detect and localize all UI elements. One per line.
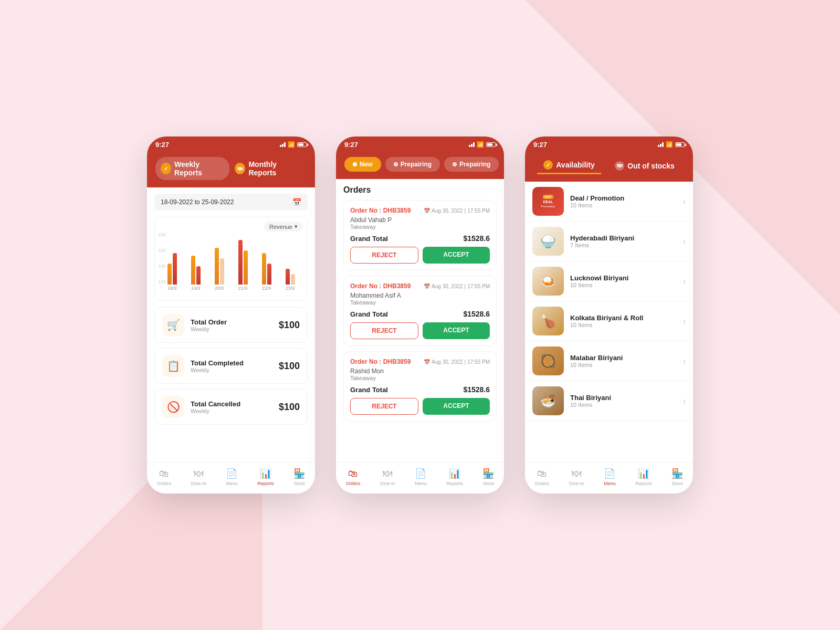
accept-button-2[interactable]: ACCEPT: [423, 322, 490, 339]
deal-info: Deal / Promotion 10 Items: [570, 194, 677, 208]
order-date-1: 📅 Aug 30, 2022 | 17:55 PM: [424, 208, 490, 214]
nav-menu-3[interactable]: 📄 Menu: [604, 468, 616, 486]
store-icon: 🏪: [293, 468, 305, 479]
availability-check-icon: ✓: [543, 160, 553, 170]
order-actions-3: REJECT ACCEPT: [350, 398, 490, 415]
nav-store-1[interactable]: 🏪 Store: [293, 468, 305, 486]
status-bar-1: 9:27 📶: [147, 136, 315, 152]
bar: [267, 264, 271, 285]
out-of-stock-icon: 🍽: [615, 161, 624, 171]
bottom-nav-1: 🛍 Orders 🍽 Dine-In 📄 Menu 📊 Reports 🏪 St…: [147, 462, 315, 494]
date-range[interactable]: 18-09-2022 to 25-09-2022 📅: [154, 194, 308, 211]
cancelled-info: Total Cancelled Weekly: [191, 400, 272, 414]
order-total-row-2: Grand Total $1528.6: [350, 310, 490, 318]
revenue-chart: Revenue ▾ 100100100100 18/9: [154, 217, 308, 301]
bar-group-5: 22/9: [257, 253, 276, 291]
calendar-icon: 📅: [292, 198, 301, 206]
reports-content: 18-09-2022 to 25-09-2022 📅 Revenue ▾ 100…: [147, 187, 315, 462]
stat-total-order: 🛒 Total Order Weekly $100: [154, 307, 308, 343]
menu-header: ✓ Availability 🍽 Out of stocks: [525, 152, 693, 182]
bottom-nav-3: 🛍 Orders 🍽 Dine-In 📄 Menu 📊 Reports 🏪 St…: [525, 462, 693, 494]
lucknowi-thumbnail: 🍛: [532, 267, 564, 296]
nav-store-2[interactable]: 🏪 Store: [482, 468, 494, 486]
reports-icon-3: 📊: [638, 468, 649, 479]
nav-menu-2[interactable]: 📄 Menu: [415, 468, 427, 486]
store-icon-3: 🏪: [671, 468, 683, 479]
y-axis-labels: 100100100100: [158, 232, 166, 285]
tab-prepairing-2[interactable]: Prepairing: [444, 157, 499, 172]
bar: [167, 264, 172, 285]
menu-list: HOT DEAL Promotion Deal / Promotion 10 I…: [525, 182, 693, 462]
menu-item-lucknowi[interactable]: 🍛 Lucknowi Biriyani 10 Items ›: [525, 261, 693, 301]
bar: [244, 250, 248, 285]
chevron-down-icon: ▾: [295, 223, 298, 230]
chart-bars: 18/9 19/9 20/9: [160, 233, 302, 291]
chevron-right-icon-1: ›: [683, 237, 686, 246]
hyderabadi-thumbnail: 🍚: [532, 227, 564, 256]
time-1: 9:27: [155, 141, 169, 149]
nav-dinein-1[interactable]: 🍽 Dine-In: [191, 468, 206, 486]
nav-orders-1[interactable]: 🛍 Orders: [157, 468, 172, 486]
reject-button-1[interactable]: REJECT: [350, 247, 418, 264]
battery-icon-1: [297, 142, 307, 147]
menu-item-thai[interactable]: 🍜 Thai Biriyani 10 Items ›: [525, 381, 693, 421]
reports-header: ✓ Weekly Reports 🍽 Monthly Reports: [147, 152, 315, 187]
phone-menu: 9:27 📶 ✓ Availability 🍽 Out of stocks: [525, 136, 693, 494]
thai-info: Thai Biriyani 10 Items: [570, 394, 677, 408]
nav-reports-1[interactable]: 📊 Reports: [257, 468, 274, 486]
signal-icon-3: [658, 142, 664, 147]
battery-icon-2: [486, 142, 496, 147]
menu-item-malabar[interactable]: 🥘 Malabar Biriyani 10 Items ›: [525, 341, 693, 381]
order-actions-1: REJECT ACCEPT: [350, 247, 490, 264]
dinein-icon-3: 🍽: [572, 468, 581, 479]
tab-weekly-reports[interactable]: ✓ Weekly Reports: [155, 157, 229, 180]
reports-icon: 📊: [260, 468, 271, 479]
order-header-1: Order No : DHB3859 📅 Aug 30, 2022 | 17:5…: [350, 207, 490, 214]
orders-content: Orders Order No : DHB3859 📅 Aug 30, 2022…: [336, 179, 504, 462]
reject-button-3[interactable]: REJECT: [350, 398, 418, 415]
bar: [291, 274, 295, 285]
nav-store-3[interactable]: 🏪 Store: [671, 468, 683, 486]
menu-item-kolkata[interactable]: 🍗 Kolkata Biriyani & Roll 10 Items ›: [525, 301, 693, 341]
bar: [238, 240, 243, 285]
status-bar-2: 9:27 📶: [336, 136, 504, 152]
nav-orders-2[interactable]: 🛍 Orders: [346, 468, 361, 486]
bar: [173, 253, 177, 285]
chevron-right-icon-3: ›: [683, 317, 686, 326]
order-type-1: Takeaway: [350, 224, 490, 230]
order-date-2: 📅 Aug 30, 2022 | 17:55 PM: [424, 284, 490, 289]
nav-orders-3[interactable]: 🛍 Orders: [535, 468, 550, 486]
order-header-3: Order No : DHB3859 📅 Aug 30, 2022 | 17:5…: [350, 358, 490, 365]
accept-button-1[interactable]: ACCEPT: [423, 247, 490, 264]
prep-dot-1: [394, 162, 398, 166]
tab-new[interactable]: New: [344, 157, 381, 172]
chevron-right-icon-5: ›: [683, 396, 686, 406]
reject-button-2[interactable]: REJECT: [350, 322, 418, 339]
thai-thumbnail: 🍜: [532, 386, 564, 415]
bar: [196, 266, 201, 285]
order-card-1: Order No : DHB3859 📅 Aug 30, 2022 | 17:5…: [343, 200, 497, 270]
wifi-icon-3: 📶: [666, 141, 673, 148]
nav-dinein-3[interactable]: 🍽 Dine-In: [569, 468, 584, 486]
order-total-row-3: Grand Total $1528.6: [350, 385, 490, 394]
order-icon: 🛒: [162, 314, 184, 336]
nav-dinein-2[interactable]: 🍽 Dine-In: [380, 468, 395, 486]
tab-out-of-stocks[interactable]: 🍽 Out of stocks: [608, 158, 680, 174]
tab-availability[interactable]: ✓ Availability: [537, 157, 601, 174]
new-dot: [353, 162, 357, 166]
nav-reports-2[interactable]: 📊 Reports: [446, 468, 463, 486]
revenue-label[interactable]: Revenue ▾: [264, 222, 303, 232]
status-bar-3: 9:27 📶: [525, 136, 693, 152]
nav-reports-3[interactable]: 📊 Reports: [635, 468, 652, 486]
tab-monthly-reports[interactable]: 🍽 Monthly Reports: [229, 157, 307, 180]
wifi-icon-2: 📶: [477, 141, 484, 148]
order-type-2: Takeaway: [350, 299, 490, 306]
menu-item-hyderabadi[interactable]: 🍚 Hyderabadi Biriyani 7 Items ›: [525, 222, 693, 261]
bar-group-3: 20/9: [209, 248, 229, 291]
phones-container: 9:27 📶 ✓ Weekly Reports 🍽 Monthly Report…: [147, 136, 693, 494]
status-icons-1: 📶: [280, 141, 307, 148]
menu-item-deal[interactable]: HOT DEAL Promotion Deal / Promotion 10 I…: [525, 182, 693, 222]
tab-prepairing-1[interactable]: Prepairing: [385, 157, 440, 172]
accept-button-3[interactable]: ACCEPT: [423, 398, 490, 415]
nav-menu-1[interactable]: 📄 Menu: [226, 468, 238, 486]
